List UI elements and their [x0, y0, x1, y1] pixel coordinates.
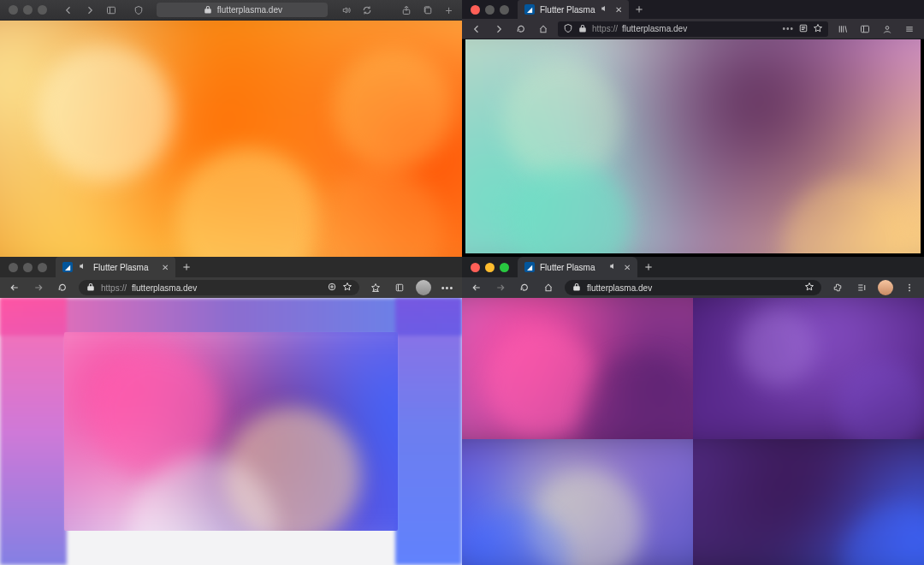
tab-close-icon[interactable]: ✕	[624, 263, 631, 272]
bookmark-icon[interactable]	[813, 23, 823, 35]
maximize-window-button[interactable]	[500, 5, 509, 15]
browser-tab[interactable]: ◢ Flutter Plasma ✕	[56, 257, 175, 277]
chrome-window: ◢ Flutter Plasma ✕ ＋ flutterplasma.dev	[462, 257, 924, 565]
new-tab-button[interactable]: ＋	[629, 0, 649, 19]
menu-icon[interactable]: •••	[440, 280, 455, 295]
extensions-icon[interactable]	[830, 280, 845, 295]
address-bar[interactable]: https://flutterplasma.dev •••	[558, 21, 828, 37]
share-button[interactable]	[399, 3, 415, 18]
reload-button[interactable]	[359, 3, 376, 18]
svg-rect-0	[107, 7, 115, 14]
minimize-window-button[interactable]	[23, 263, 33, 272]
close-window-button[interactable]	[471, 263, 480, 272]
new-tab-button[interactable]: ＋	[175, 257, 198, 277]
firefox-window: ◢ Flutter Plasma ✕ ＋ https://flutterplas…	[462, 0, 924, 257]
profile-avatar[interactable]	[416, 280, 431, 295]
tab-title: Flutter Plasma	[540, 5, 595, 15]
back-button[interactable]	[7, 280, 22, 295]
svg-rect-5	[862, 26, 869, 33]
safari-window: flutterplasma.dev +	[0, 0, 462, 257]
edge-window: ◢ Flutter Plasma ✕ ＋ https://flutterplas…	[0, 257, 462, 565]
tab-title: Flutter Plasma	[93, 263, 148, 272]
reading-list-icon[interactable]	[854, 280, 869, 295]
minimize-window-button[interactable]	[485, 5, 495, 15]
new-tab-button[interactable]: +	[441, 3, 457, 18]
back-button[interactable]	[61, 3, 77, 18]
lock-icon	[203, 4, 213, 16]
bookmark-icon[interactable]	[804, 282, 814, 294]
reload-button[interactable]	[513, 21, 529, 37]
plasma-canvas	[0, 21, 462, 257]
menu-icon[interactable]	[902, 21, 917, 37]
favorites-icon[interactable]	[342, 282, 352, 294]
page-actions-icon[interactable]: •••	[782, 24, 794, 33]
lock-icon	[572, 282, 582, 294]
tab-close-icon[interactable]: ✕	[162, 263, 169, 272]
reload-button[interactable]	[517, 280, 532, 295]
nav-toolbar: https://flutterplasma.dev •••	[0, 277, 462, 298]
shield-icon[interactable]	[563, 23, 573, 35]
address-bar[interactable]: flutterplasma.dev	[565, 280, 821, 295]
favorites-bar-icon[interactable]	[368, 280, 383, 295]
back-button[interactable]	[469, 280, 484, 295]
address-bar[interactable]: https://flutterplasma.dev	[79, 280, 359, 295]
tab-mute-icon[interactable]	[608, 261, 619, 273]
tab-mute-icon[interactable]	[78, 261, 88, 273]
mute-button[interactable]	[338, 3, 354, 18]
url-host: flutterplasma.dev	[622, 24, 687, 33]
forward-button[interactable]	[31, 280, 46, 295]
svg-point-10	[909, 284, 910, 286]
home-button[interactable]	[536, 21, 551, 37]
maximize-window-button[interactable]	[38, 5, 47, 15]
close-window-button[interactable]	[9, 263, 18, 272]
page-content	[0, 21, 462, 257]
window-controls	[462, 0, 518, 19]
tab-close-icon[interactable]: ✕	[615, 5, 622, 15]
svg-point-11	[909, 287, 910, 288]
back-button[interactable]	[469, 21, 484, 37]
plasma-canvas	[462, 298, 924, 565]
nav-toolbar: https://flutterplasma.dev •••	[462, 19, 924, 39]
address-bar[interactable]: flutterplasma.dev	[157, 3, 328, 17]
maximize-window-button[interactable]	[500, 263, 509, 272]
forward-button[interactable]	[493, 280, 508, 295]
browser-tab[interactable]: ◢ Flutter Plasma ✕	[518, 257, 637, 277]
tab-bar: ◢ Flutter Plasma ✕ ＋	[462, 0, 924, 19]
sidebar-button[interactable]	[103, 3, 119, 18]
safari-toolbar: flutterplasma.dev +	[0, 0, 462, 21]
minimize-window-button[interactable]	[23, 5, 33, 15]
nav-toolbar: flutterplasma.dev	[462, 277, 924, 298]
home-button[interactable]	[541, 280, 556, 295]
account-icon[interactable]	[880, 21, 895, 37]
add-tab-to-new-group-icon[interactable]	[327, 282, 337, 294]
forward-button[interactable]	[82, 3, 98, 18]
lock-icon	[86, 282, 96, 294]
url-protocol: https://	[592, 24, 618, 33]
flutter-favicon-icon: ◢	[524, 4, 535, 15]
close-window-button[interactable]	[9, 5, 18, 15]
menu-icon[interactable]	[902, 280, 917, 295]
url-host: flutterplasma.dev	[132, 283, 197, 293]
new-tab-button[interactable]: ＋	[637, 257, 660, 277]
lock-icon	[578, 23, 588, 35]
tab-mute-icon[interactable]	[600, 3, 610, 15]
svg-rect-3	[425, 8, 431, 14]
maximize-window-button[interactable]	[38, 263, 47, 272]
reader-icon[interactable]	[798, 23, 808, 35]
profile-avatar[interactable]	[878, 280, 893, 295]
library-icon[interactable]	[835, 21, 850, 37]
collections-icon[interactable]	[392, 280, 407, 295]
plasma-canvas	[0, 298, 462, 565]
close-window-button[interactable]	[471, 5, 480, 15]
reload-button[interactable]	[55, 280, 70, 295]
privacy-report-button[interactable]	[131, 3, 147, 18]
browser-tab[interactable]: ◢ Flutter Plasma ✕	[518, 0, 629, 19]
sidebar-icon[interactable]	[857, 21, 873, 37]
tab-title: Flutter Plasma	[540, 263, 595, 272]
minimize-window-button[interactable]	[485, 263, 495, 272]
tabs-button[interactable]	[420, 3, 436, 18]
flutter-favicon-icon: ◢	[524, 262, 535, 272]
page-content	[0, 298, 462, 565]
address-text: flutterplasma.dev	[217, 5, 282, 15]
forward-button[interactable]	[491, 21, 506, 37]
